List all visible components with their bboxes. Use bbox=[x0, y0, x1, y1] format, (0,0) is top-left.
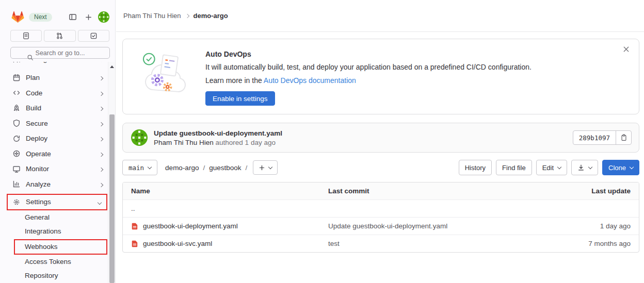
add-file-button[interactable] bbox=[253, 160, 278, 175]
sidebar-item-general[interactable]: General bbox=[0, 210, 108, 225]
sidebar-item-label: Build bbox=[26, 104, 41, 112]
file-link[interactable]: guestbook-ui-deployment.yaml bbox=[143, 222, 238, 230]
sidebar-item-label: Monitor bbox=[26, 165, 49, 173]
banner-title: Auto DevOps bbox=[205, 50, 532, 58]
sidebar-item-monitor[interactable]: Monitor bbox=[0, 161, 108, 177]
brand-row: Next bbox=[11, 10, 109, 24]
file-icon bbox=[131, 223, 138, 230]
sidebar-item-access-tokens[interactable]: Access Tokens bbox=[0, 255, 108, 269]
sidebar-item-settings[interactable]: Settings bbox=[8, 195, 106, 209]
sidebar-subitem-label: Repository bbox=[25, 272, 58, 279]
row-commit-message[interactable]: Update guestbook-ui-deployment.yaml bbox=[328, 222, 553, 230]
parent-dir-link[interactable]: .. bbox=[131, 205, 135, 212]
operate-icon bbox=[12, 149, 21, 158]
sidebar-item-label: Plan bbox=[26, 74, 40, 81]
chevron-down-icon bbox=[148, 164, 152, 169]
sidebar-item-deploy[interactable]: Deploy bbox=[0, 131, 108, 146]
plan-icon bbox=[12, 74, 21, 82]
auto-devops-doc-link[interactable]: Auto DevOps documentation bbox=[264, 76, 356, 85]
history-button[interactable]: History bbox=[459, 160, 492, 175]
sidebar-toggle-icon[interactable] bbox=[67, 11, 78, 23]
chevron-right-icon bbox=[100, 165, 103, 173]
sidebar-item-analyze[interactable]: Analyze bbox=[0, 177, 108, 192]
search-input[interactable] bbox=[10, 47, 110, 59]
scrollbar-thumb[interactable] bbox=[109, 114, 115, 283]
path-segment-folder[interactable]: guestbook bbox=[209, 164, 241, 172]
sidebar-item-code[interactable]: Code bbox=[0, 86, 108, 101]
sidebar-subitem-label: General bbox=[25, 213, 50, 221]
breadcrumb-parent[interactable]: Pham Thi Thu Hien bbox=[123, 12, 181, 20]
merge-request-icon bbox=[56, 32, 63, 40]
gitlab-logo[interactable] bbox=[11, 11, 24, 23]
enable-in-settings-button[interactable]: Enable in settings bbox=[205, 91, 275, 106]
search-wrap bbox=[0, 47, 115, 59]
table-row[interactable]: guestbook-ui-svc.yaml test 7 months ago bbox=[123, 235, 639, 252]
clipboard-icon bbox=[620, 134, 627, 141]
branch-selector[interactable]: main bbox=[122, 160, 157, 175]
auto-devops-banner: Auto DevOps It will automatically build,… bbox=[122, 39, 639, 114]
sidebar-item-plan[interactable]: Plan bbox=[0, 70, 108, 86]
sidebar-item-secure[interactable]: Secure bbox=[0, 116, 108, 131]
chevron-down-icon bbox=[268, 164, 272, 169]
sidebar-item-label: Secure bbox=[26, 120, 48, 127]
table-row-parent-dir[interactable]: .. bbox=[123, 199, 639, 217]
sidebar-item-webhooks[interactable]: Webhooks bbox=[15, 240, 106, 254]
content: Auto DevOps It will automatically build,… bbox=[116, 32, 644, 253]
manage-icon bbox=[12, 62, 21, 63]
find-file-button[interactable]: Find file bbox=[496, 160, 532, 175]
header-last-update: Last update bbox=[553, 187, 631, 195]
todos-shortcut-button[interactable] bbox=[78, 30, 109, 42]
chevron-right-icon bbox=[100, 120, 103, 127]
commit-author-avatar[interactable] bbox=[131, 129, 148, 146]
issues-shortcut-button[interactable] bbox=[10, 30, 42, 42]
chart-icon bbox=[12, 180, 21, 188]
close-icon[interactable] bbox=[621, 44, 631, 54]
path-separator: / bbox=[203, 164, 205, 172]
breadcrumb-chevron-icon bbox=[185, 13, 189, 18]
file-path: demo-argo / guestbook / bbox=[165, 164, 247, 172]
path-segment-repo[interactable]: demo-argo bbox=[165, 164, 199, 172]
todo-check-icon bbox=[90, 32, 98, 40]
merge-requests-shortcut-button[interactable] bbox=[44, 30, 75, 42]
download-button[interactable] bbox=[571, 160, 598, 175]
commit-sha[interactable]: 289b1097 bbox=[573, 131, 616, 144]
header-last-commit: Last commit bbox=[328, 187, 553, 195]
sidebar-item-build[interactable]: Build bbox=[0, 101, 108, 116]
rocket-icon bbox=[12, 104, 21, 112]
sidebar-item-repository[interactable]: Repository bbox=[0, 269, 108, 283]
annotation-box-webhooks: Webhooks bbox=[14, 239, 107, 255]
sidebar-subitem-label: Webhooks bbox=[25, 243, 58, 251]
breadcrumb-current[interactable]: demo-argo bbox=[194, 12, 228, 20]
clone-label: Clone bbox=[608, 164, 626, 172]
commit-title[interactable]: Update guestbook-ui-deployment.yaml bbox=[154, 129, 282, 137]
file-link[interactable]: guestbook-ui-svc.yaml bbox=[143, 240, 212, 247]
scrollbar-up-arrow[interactable] bbox=[110, 65, 114, 68]
plus-icon[interactable] bbox=[83, 11, 94, 23]
clone-button[interactable]: Clone bbox=[602, 160, 639, 175]
row-last-update: 7 months ago bbox=[553, 240, 631, 247]
row-commit-message[interactable]: test bbox=[328, 240, 553, 247]
commit-author[interactable]: Pham Thi Thu Hien bbox=[154, 139, 214, 146]
chevron-right-icon bbox=[100, 89, 103, 97]
sidebar-subitem-label: Integrations bbox=[25, 227, 61, 235]
sidebar: Next bbox=[0, 0, 116, 283]
sidebar-item-label: Settings bbox=[26, 198, 51, 206]
user-avatar[interactable] bbox=[98, 11, 109, 23]
edit-button[interactable]: Edit bbox=[536, 160, 567, 175]
chevron-right-icon bbox=[100, 180, 103, 188]
main-area: Pham Thi Thu Hien demo-argo bbox=[116, 0, 644, 283]
sidebar-item-integrations[interactable]: Integrations bbox=[0, 224, 108, 239]
plus-icon bbox=[259, 164, 265, 171]
banner-description: It will automatically build, test, and d… bbox=[205, 63, 532, 71]
copy-sha-button[interactable] bbox=[616, 131, 631, 144]
sidebar-item-manage-clipped[interactable]: Manage bbox=[0, 62, 108, 66]
sidebar-item-label: Operate bbox=[26, 150, 51, 158]
commit-authored-ago: authored 1 day ago bbox=[216, 139, 276, 146]
banner-learn-more: Learn more in the Auto DevOps documentat… bbox=[205, 76, 532, 85]
sidebar-item-operate[interactable]: Operate bbox=[0, 146, 108, 162]
chevron-right-icon bbox=[100, 135, 103, 142]
path-separator: / bbox=[245, 164, 247, 172]
file-tree-table: Name Last commit Last update .. bbox=[122, 182, 639, 253]
code-icon bbox=[12, 89, 21, 97]
table-row[interactable]: guestbook-ui-deployment.yaml Update gues… bbox=[123, 217, 639, 235]
